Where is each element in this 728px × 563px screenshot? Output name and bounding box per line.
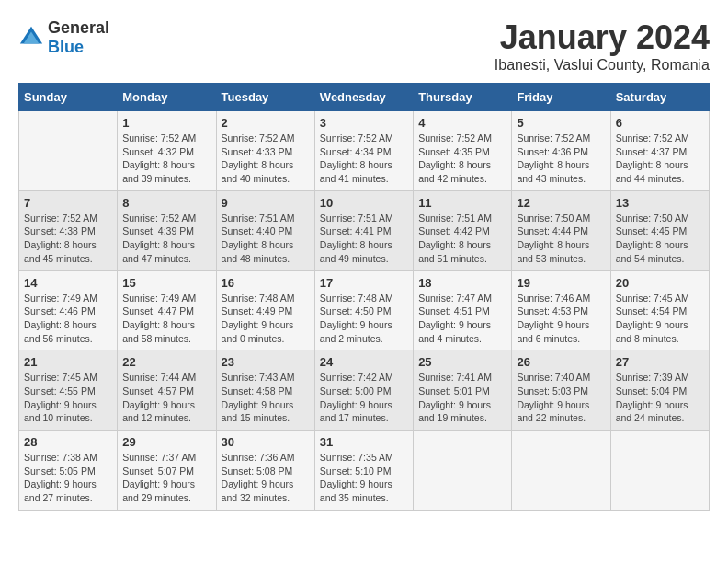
logo-text-general: General (48, 18, 109, 37)
day-cell: 6Sunrise: 7:52 AMSunset: 4:37 PMDaylight… (610, 111, 709, 191)
day-number: 15 (122, 276, 210, 290)
day-number: 14 (24, 276, 112, 290)
day-number: 21 (24, 355, 112, 369)
day-number: 2 (222, 116, 310, 130)
day-cell: 1Sunrise: 7:52 AMSunset: 4:32 PMDaylight… (118, 111, 216, 191)
day-cell: 14Sunrise: 7:49 AMSunset: 4:46 PMDayligh… (19, 270, 118, 350)
day-info: Sunrise: 7:50 AMSunset: 4:45 PMDaylight:… (616, 212, 704, 266)
day-info: Sunrise: 7:41 AMSunset: 5:01 PMDaylight:… (418, 371, 506, 425)
day-number: 5 (517, 116, 605, 130)
day-info: Sunrise: 7:49 AMSunset: 4:47 PMDaylight:… (122, 292, 210, 346)
day-number: 18 (418, 276, 506, 290)
header-thursday: Thursday (414, 84, 512, 111)
day-info: Sunrise: 7:48 AMSunset: 4:49 PMDaylight:… (222, 292, 310, 346)
day-cell: 8Sunrise: 7:52 AMSunset: 4:39 PMDaylight… (118, 190, 216, 270)
day-number: 7 (24, 196, 112, 210)
day-cell: 21Sunrise: 7:45 AMSunset: 4:55 PMDayligh… (19, 350, 118, 431)
day-cell: 5Sunrise: 7:52 AMSunset: 4:36 PMDaylight… (512, 111, 610, 191)
day-cell: 29Sunrise: 7:37 AMSunset: 5:07 PMDayligh… (118, 431, 216, 511)
day-number: 26 (517, 355, 605, 369)
day-cell: 24Sunrise: 7:42 AMSunset: 5:00 PMDayligh… (314, 350, 413, 431)
day-cell: 13Sunrise: 7:50 AMSunset: 4:45 PMDayligh… (610, 190, 709, 270)
day-number: 28 (24, 435, 112, 449)
day-info: Sunrise: 7:52 AMSunset: 4:32 PMDaylight:… (122, 132, 210, 186)
day-info: Sunrise: 7:52 AMSunset: 4:33 PMDaylight:… (222, 132, 310, 186)
day-number: 30 (222, 435, 310, 449)
header-monday: Monday (118, 84, 216, 111)
day-number: 27 (616, 355, 704, 369)
header-friday: Friday (512, 84, 610, 111)
day-info: Sunrise: 7:43 AMSunset: 4:58 PMDaylight:… (222, 371, 310, 425)
day-number: 19 (517, 276, 605, 290)
header-row: SundayMondayTuesdayWednesdayThursdayFrid… (19, 84, 710, 111)
day-cell: 23Sunrise: 7:43 AMSunset: 4:58 PMDayligh… (216, 350, 314, 431)
day-info: Sunrise: 7:45 AMSunset: 4:54 PMDaylight:… (616, 292, 704, 346)
day-cell: 27Sunrise: 7:39 AMSunset: 5:04 PMDayligh… (610, 350, 709, 431)
header-saturday: Saturday (610, 84, 709, 111)
day-number: 23 (222, 355, 310, 369)
title-block: January 2024 Ibanesti, Vaslui County, Ro… (495, 18, 710, 74)
day-info: Sunrise: 7:37 AMSunset: 5:07 PMDaylight:… (122, 451, 210, 505)
day-info: Sunrise: 7:38 AMSunset: 5:05 PMDaylight:… (24, 451, 112, 505)
day-cell: 15Sunrise: 7:49 AMSunset: 4:47 PMDayligh… (118, 270, 216, 350)
day-info: Sunrise: 7:39 AMSunset: 5:04 PMDaylight:… (616, 371, 704, 425)
day-number: 4 (418, 116, 506, 130)
day-info: Sunrise: 7:51 AMSunset: 4:42 PMDaylight:… (418, 212, 506, 266)
day-info: Sunrise: 7:47 AMSunset: 4:51 PMDaylight:… (418, 292, 506, 346)
day-cell (512, 431, 610, 511)
day-cell (414, 431, 512, 511)
day-info: Sunrise: 7:51 AMSunset: 4:40 PMDaylight:… (222, 212, 310, 266)
day-number: 9 (222, 196, 310, 210)
month-title: January 2024 (495, 18, 710, 57)
day-cell: 26Sunrise: 7:40 AMSunset: 5:03 PMDayligh… (512, 350, 610, 431)
page-header: General Blue January 2024 Ibanesti, Vasl… (18, 18, 710, 74)
day-info: Sunrise: 7:44 AMSunset: 4:57 PMDaylight:… (122, 371, 210, 425)
week-row-1: 1Sunrise: 7:52 AMSunset: 4:32 PMDaylight… (19, 111, 710, 191)
day-cell: 17Sunrise: 7:48 AMSunset: 4:50 PMDayligh… (314, 270, 413, 350)
logo-icon (18, 25, 44, 51)
day-cell: 2Sunrise: 7:52 AMSunset: 4:33 PMDaylight… (216, 111, 314, 191)
day-info: Sunrise: 7:52 AMSunset: 4:39 PMDaylight:… (122, 212, 210, 266)
day-info: Sunrise: 7:45 AMSunset: 4:55 PMDaylight:… (24, 371, 112, 425)
day-info: Sunrise: 7:35 AMSunset: 5:10 PMDaylight:… (320, 451, 408, 505)
week-row-2: 7Sunrise: 7:52 AMSunset: 4:38 PMDaylight… (19, 190, 710, 270)
day-cell: 19Sunrise: 7:46 AMSunset: 4:53 PMDayligh… (512, 270, 610, 350)
day-cell (19, 111, 118, 191)
header-sunday: Sunday (19, 84, 118, 111)
day-cell: 20Sunrise: 7:45 AMSunset: 4:54 PMDayligh… (610, 270, 709, 350)
day-info: Sunrise: 7:48 AMSunset: 4:50 PMDaylight:… (320, 292, 408, 346)
day-info: Sunrise: 7:52 AMSunset: 4:36 PMDaylight:… (517, 132, 605, 186)
week-row-5: 28Sunrise: 7:38 AMSunset: 5:05 PMDayligh… (19, 431, 710, 511)
day-number: 8 (122, 196, 210, 210)
day-cell: 25Sunrise: 7:41 AMSunset: 5:01 PMDayligh… (414, 350, 512, 431)
day-cell: 9Sunrise: 7:51 AMSunset: 4:40 PMDaylight… (216, 190, 314, 270)
header-wednesday: Wednesday (314, 84, 413, 111)
day-number: 3 (320, 116, 408, 130)
day-number: 25 (418, 355, 506, 369)
location-title: Ibanesti, Vaslui County, Romania (495, 57, 710, 74)
day-cell (610, 431, 709, 511)
day-info: Sunrise: 7:52 AMSunset: 4:34 PMDaylight:… (320, 132, 408, 186)
day-cell: 30Sunrise: 7:36 AMSunset: 5:08 PMDayligh… (216, 431, 314, 511)
day-cell: 16Sunrise: 7:48 AMSunset: 4:49 PMDayligh… (216, 270, 314, 350)
day-number: 6 (616, 116, 704, 130)
day-number: 1 (122, 116, 210, 130)
day-number: 31 (320, 435, 408, 449)
day-info: Sunrise: 7:49 AMSunset: 4:46 PMDaylight:… (24, 292, 112, 346)
day-number: 29 (122, 435, 210, 449)
day-cell: 22Sunrise: 7:44 AMSunset: 4:57 PMDayligh… (118, 350, 216, 431)
calendar-table: SundayMondayTuesdayWednesdayThursdayFrid… (18, 83, 710, 511)
day-number: 11 (418, 196, 506, 210)
week-row-3: 14Sunrise: 7:49 AMSunset: 4:46 PMDayligh… (19, 270, 710, 350)
day-number: 13 (616, 196, 704, 210)
day-number: 16 (222, 276, 310, 290)
day-info: Sunrise: 7:52 AMSunset: 4:37 PMDaylight:… (616, 132, 704, 186)
day-cell: 7Sunrise: 7:52 AMSunset: 4:38 PMDaylight… (19, 190, 118, 270)
day-info: Sunrise: 7:50 AMSunset: 4:44 PMDaylight:… (517, 212, 605, 266)
day-number: 22 (122, 355, 210, 369)
day-cell: 11Sunrise: 7:51 AMSunset: 4:42 PMDayligh… (414, 190, 512, 270)
day-cell: 28Sunrise: 7:38 AMSunset: 5:05 PMDayligh… (19, 431, 118, 511)
header-tuesday: Tuesday (216, 84, 314, 111)
day-info: Sunrise: 7:51 AMSunset: 4:41 PMDaylight:… (320, 212, 408, 266)
day-cell: 3Sunrise: 7:52 AMSunset: 4:34 PMDaylight… (314, 111, 413, 191)
